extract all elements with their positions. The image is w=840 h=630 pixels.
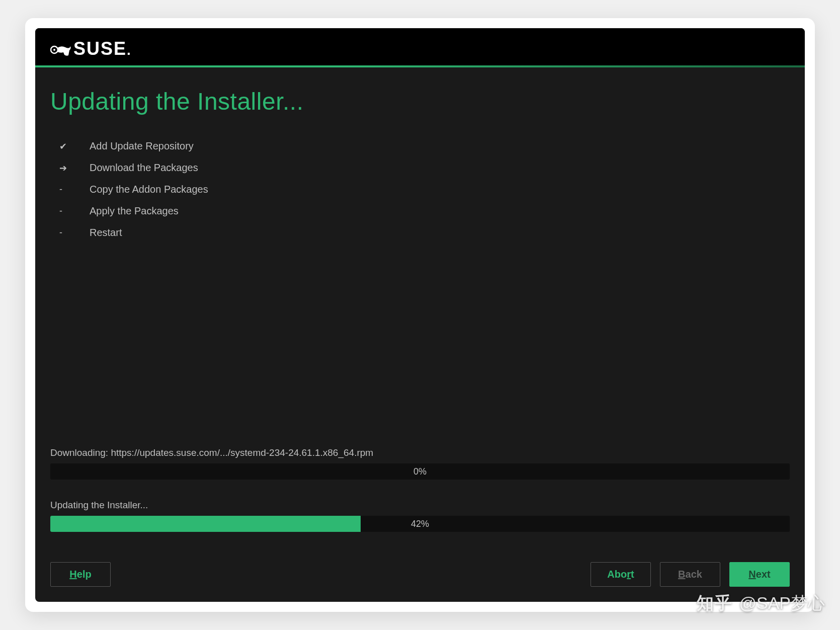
step-item: ✔ Add Update Repository [59,140,790,152]
download-progress-text: 0% [413,466,427,477]
step-label: Apply the Packages [90,205,179,217]
footer-right-group: Abort Back Next [591,562,790,587]
overall-progress-fill [50,516,361,532]
installer-window: SUSE . Updating the Installer... ✔ Add U… [35,28,805,602]
back-button[interactable]: Back [660,562,720,587]
step-item: ➔ Download the Packages [59,162,790,174]
progress-section: Downloading: https://updates.suse.com/..… [50,432,790,542]
step-item: - Apply the Packages [59,205,790,217]
download-progress-bar: 0% [50,463,790,480]
page-title: Updating the Installer... [50,88,790,115]
step-label: Download the Packages [90,162,198,174]
step-item: - Restart [59,227,790,239]
step-label: Restart [90,227,122,239]
overall-label: Updating the Installer... [50,500,790,511]
brand-logo: SUSE . [50,38,790,59]
brand-text: SUSE [73,38,127,59]
dash-icon: - [59,184,90,195]
check-icon: ✔ [59,141,90,152]
dash-icon: - [59,227,90,238]
svg-point-1 [53,49,55,51]
overall-progress-bar: 42% [50,516,790,532]
header: SUSE . [35,28,805,65]
step-label: Copy the Addon Packages [90,184,208,195]
arrow-right-icon: ➔ [59,163,90,174]
step-item: - Copy the Addon Packages [59,184,790,195]
content-area: Updating the Installer... ✔ Add Update R… [35,67,805,552]
abort-button[interactable]: Abort [591,562,651,587]
next-button[interactable]: Next [729,562,790,587]
overall-progress-text: 42% [411,519,429,529]
steps-list: ✔ Add Update Repository ➔ Download the P… [59,140,790,249]
help-button[interactable]: Help [50,562,111,587]
footer: Help Abort Back Next [35,552,805,602]
page-frame: SUSE . Updating the Installer... ✔ Add U… [25,18,815,612]
step-label: Add Update Repository [90,140,194,152]
dash-icon: - [59,206,90,216]
download-label: Downloading: https://updates.suse.com/..… [50,447,790,458]
chameleon-icon [50,41,72,59]
